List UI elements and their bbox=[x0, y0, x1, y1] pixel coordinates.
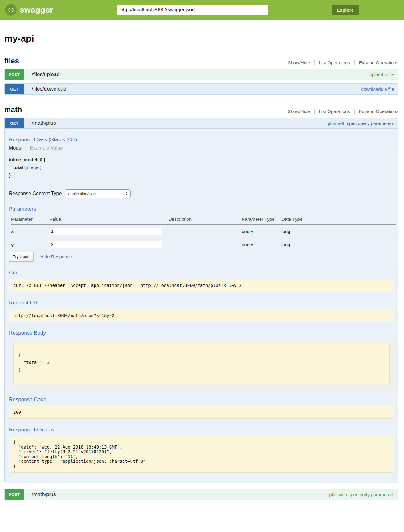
main-content: my-api files Show/Hide List Operations E… bbox=[0, 20, 404, 532]
response-headers-block: { "date": "Wed, 22 Aug 2018 18:49:13 GMT… bbox=[9, 436, 394, 473]
files-section-header: files Show/Hide List Operations Expand O… bbox=[4, 57, 398, 65]
curl-command-block: curl -X GET --header 'Accept: applicatio… bbox=[9, 279, 394, 292]
model-tabs: Model Example Value bbox=[9, 145, 394, 151]
method-badge-post: POST bbox=[5, 489, 24, 500]
hide-response-link[interactable]: Hide Response bbox=[40, 254, 72, 259]
response-content-type-row: Response Content Type application/json bbox=[9, 189, 394, 198]
parameters-heading: Parameters bbox=[9, 206, 394, 212]
selected-content-type: application/json bbox=[68, 191, 125, 196]
spacer bbox=[4, 483, 398, 489]
operation-path-link[interactable]: /files/upload bbox=[32, 71, 369, 78]
response-content-type-select[interactable]: application/json bbox=[65, 189, 131, 198]
method-badge-get: GET bbox=[5, 118, 24, 129]
model-open-line: inline_model_0 { bbox=[9, 156, 394, 163]
json-open-brace: { bbox=[18, 353, 21, 357]
response-code-block: 200 bbox=[9, 406, 394, 419]
column-header-value: Value bbox=[50, 215, 168, 224]
curl-heading: Curl bbox=[9, 270, 394, 276]
json-value: 3 bbox=[47, 360, 50, 365]
parameter-row-x: x query long bbox=[11, 224, 396, 238]
select-arrows-icon bbox=[125, 192, 128, 195]
swagger-logo-text: swagger bbox=[20, 5, 53, 15]
math-section-name[interactable]: math bbox=[4, 105, 22, 114]
column-header-parameter: Parameter bbox=[11, 215, 50, 224]
parameter-type: query bbox=[242, 238, 281, 251]
show-hide-link[interactable]: Show/Hide bbox=[283, 60, 314, 65]
response-body-block: { "total": 3} bbox=[13, 344, 390, 384]
swagger-brackets-icon: {…} bbox=[5, 4, 17, 16]
spec-url-input[interactable] bbox=[117, 5, 268, 15]
response-body-heading: Response Body bbox=[9, 330, 394, 336]
operation-summary: plus with spec query parameters bbox=[328, 121, 394, 126]
parameter-x-input[interactable] bbox=[50, 228, 162, 235]
column-header-description: Description bbox=[168, 215, 242, 224]
expand-operations-link[interactable]: Expand Operations bbox=[354, 60, 398, 65]
files-section-controls: Show/Hide List Operations Expand Operati… bbox=[283, 60, 398, 65]
math-section-header: math Show/Hide List Operations Expand Op… bbox=[4, 105, 398, 114]
response-headers-heading: Response Headers bbox=[9, 427, 394, 433]
operation-row-get-files-download[interactable]: GET /files/download downloads a file bbox=[4, 83, 398, 95]
operation-path-link[interactable]: /math/plus bbox=[32, 491, 329, 498]
operation-summary: plus with spec body parameters bbox=[329, 492, 394, 497]
model-property-line: total (integer) bbox=[9, 163, 394, 171]
tab-example-value[interactable]: Example Value bbox=[26, 145, 63, 151]
list-operations-link[interactable]: List Operations bbox=[314, 109, 354, 114]
try-it-out-row: Try it out! Hide Response bbox=[9, 252, 394, 262]
parameter-description bbox=[168, 238, 242, 251]
column-header-parameter-type: Parameter Type bbox=[242, 215, 281, 224]
parameter-name: y bbox=[11, 238, 50, 251]
request-url-block: http://localhost:3000/math/plus?x=1&y=2 bbox=[9, 309, 394, 322]
parameter-type: query bbox=[242, 224, 281, 238]
parameters-header-row: Parameter Value Description Parameter Ty… bbox=[11, 215, 396, 224]
tab-model[interactable]: Model bbox=[9, 145, 26, 151]
parameters-table: Parameter Value Description Parameter Ty… bbox=[11, 215, 396, 251]
model-close-line: } bbox=[9, 171, 394, 179]
explore-button[interactable]: Explore bbox=[332, 5, 359, 15]
resource-section-files: files Show/Hide List Operations Expand O… bbox=[4, 57, 398, 95]
operation-row-post-files-upload[interactable]: POST /files/upload upload a file bbox=[4, 69, 398, 80]
model-signature: inline_model_0 { total (integer) } bbox=[9, 156, 394, 179]
json-close-brace: } bbox=[18, 367, 21, 372]
operation-summary: downloads a file bbox=[361, 87, 394, 92]
column-header-data-type: Data Type bbox=[281, 215, 396, 224]
parameter-data-type: long bbox=[281, 224, 396, 238]
response-body-wrapper: { "total": 3} bbox=[9, 339, 394, 389]
model-property-name: total bbox=[13, 165, 23, 170]
resource-section-math: math Show/Hide List Operations Expand Op… bbox=[4, 105, 398, 500]
section-divider bbox=[4, 100, 398, 100]
method-badge-post: POST bbox=[5, 69, 24, 80]
topbar: {…} swagger Explore bbox=[0, 0, 404, 20]
files-section-name[interactable]: files bbox=[4, 57, 19, 65]
operation-path-link[interactable]: /math/plus bbox=[32, 120, 328, 126]
list-operations-link[interactable]: List Operations bbox=[314, 60, 354, 65]
operation-detail-panel: Response Class (Status 200) Model Exampl… bbox=[4, 129, 398, 483]
request-url-heading: Request URL bbox=[9, 300, 394, 306]
parameter-row-y: y query long bbox=[11, 238, 396, 251]
show-hide-link[interactable]: Show/Hide bbox=[283, 109, 314, 114]
json-key: "total": bbox=[24, 360, 44, 365]
expand-operations-link[interactable]: Expand Operations bbox=[354, 109, 398, 114]
operation-row-get-math-plus[interactable]: GET /math/plus plus with spec query para… bbox=[4, 118, 398, 129]
response-code-heading: Response Code bbox=[9, 397, 394, 403]
response-content-type-label: Response Content Type bbox=[9, 191, 62, 196]
api-title: my-api bbox=[4, 33, 398, 44]
operation-summary: upload a file bbox=[369, 72, 394, 77]
swagger-logo[interactable]: {…} swagger bbox=[5, 4, 53, 16]
operation-path-link[interactable]: /files/download bbox=[32, 86, 361, 92]
model-property-type: (integer) bbox=[24, 165, 42, 170]
math-section-controls: Show/Hide List Operations Expand Operati… bbox=[283, 109, 398, 114]
operation-row-post-math-plus[interactable]: POST /math/plus plus with spec body para… bbox=[4, 489, 398, 500]
response-class-heading: Response Class (Status 200) bbox=[9, 137, 394, 143]
parameter-description bbox=[168, 224, 242, 238]
topbar-center bbox=[53, 5, 332, 15]
try-it-out-button[interactable]: Try it out! bbox=[9, 252, 34, 262]
parameter-y-input[interactable] bbox=[50, 241, 162, 248]
parameter-data-type: long bbox=[281, 238, 396, 251]
parameter-name: x bbox=[11, 224, 50, 238]
method-badge-get: GET bbox=[5, 83, 24, 95]
